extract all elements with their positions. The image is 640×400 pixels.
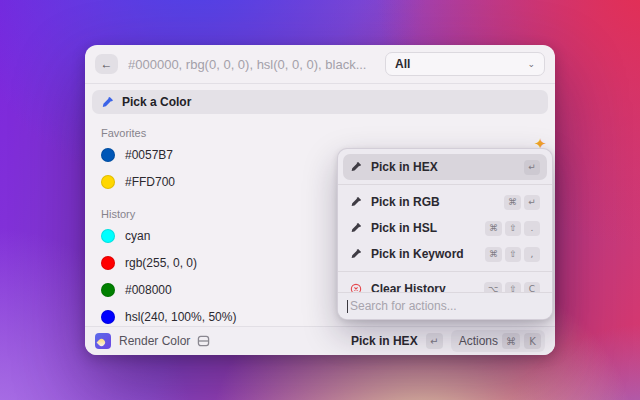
actions-popup: Pick in HEX ↵ Pick in RGB ⌘ ↵: [337, 148, 553, 320]
filter-value: All: [395, 57, 410, 71]
back-button[interactable]: ←: [95, 54, 118, 74]
actions-search-bar: [338, 292, 552, 319]
key-badge: .: [524, 221, 540, 236]
filter-dropdown[interactable]: All ⌄: [385, 52, 545, 76]
key-badge: ,: [524, 247, 540, 262]
key-badge: ↵: [524, 195, 540, 210]
color-swatch: [101, 283, 115, 297]
actions-list: Pick in HEX ↵ Pick in RGB ⌘ ↵: [338, 149, 552, 292]
footer-actions: Pick in HEX ↵ Actions ⌘ K: [351, 330, 545, 352]
cmd-key-badge: ⌘: [502, 333, 520, 349]
key-badge: ⌘: [485, 247, 502, 262]
command-name: Render Color: [119, 334, 190, 348]
color-label: rgb(255, 0, 0): [125, 256, 197, 270]
primary-action-label[interactable]: Pick in HEX: [351, 334, 418, 348]
color-label: #FFD700: [125, 175, 175, 189]
divider: [338, 271, 552, 272]
eyedropper-icon: [350, 248, 363, 260]
action-label: Pick in HSL: [371, 221, 437, 235]
action-label: Pick in HEX: [371, 160, 438, 174]
key-badge: C: [524, 282, 540, 293]
action-label: Pick in RGB: [371, 195, 440, 209]
color-swatch: [101, 310, 115, 324]
extension-icon: [95, 333, 111, 349]
color-swatch: [101, 175, 115, 189]
list-item-label: Pick a Color: [122, 95, 191, 109]
action-label: Clear History: [371, 282, 446, 292]
key-badge: ⌥: [484, 282, 502, 293]
clear-circle-icon: [350, 283, 363, 292]
actions-label: Actions: [459, 334, 498, 348]
search-query[interactable]: #000000, rbg(0, 0, 0), hsl(0, 0, 0), bla…: [128, 57, 385, 72]
color-label: cyan: [125, 229, 150, 243]
window-footer: Render Color Pick in HEX ↵ Actions ⌘ K: [85, 326, 555, 355]
list-item-pick-a-color[interactable]: Pick a Color: [92, 90, 548, 114]
eyedropper-icon: [350, 222, 363, 234]
action-clear-history[interactable]: Clear History ⌥ ⇧ C: [343, 276, 547, 292]
key-badge: ⌘: [504, 195, 521, 210]
key-badge: ⇧: [505, 221, 521, 236]
color-label: #0057B7: [125, 148, 173, 162]
desktop-background: ✦ ← #000000, rbg(0, 0, 0), hsl(0, 0, 0),…: [0, 0, 640, 400]
chevron-down-icon: ⌄: [527, 59, 535, 69]
key-badge: ↵: [524, 160, 540, 175]
action-pick-in-hsl[interactable]: Pick in HSL ⌘ ⇧ .: [343, 215, 547, 241]
color-swatch: [101, 229, 115, 243]
actions-search-input[interactable]: [350, 299, 543, 313]
enter-key-badge: ↵: [426, 333, 443, 349]
k-key-badge: K: [524, 333, 541, 349]
actions-button[interactable]: Actions ⌘ K: [451, 330, 545, 352]
eyedropper-icon: [101, 96, 114, 109]
section-header-favorites: Favorites: [101, 127, 548, 139]
key-badge: ⇧: [505, 247, 521, 262]
eyedropper-icon: [350, 196, 363, 208]
action-pick-in-hex[interactable]: Pick in HEX ↵: [343, 154, 547, 180]
color-swatch: [101, 148, 115, 162]
action-label: Pick in Keyword: [371, 247, 464, 261]
key-badge: ⇧: [505, 282, 521, 293]
color-swatch: [101, 256, 115, 270]
action-pick-in-keyword[interactable]: Pick in Keyword ⌘ ⇧ ,: [343, 241, 547, 267]
key-badge: ⌘: [485, 221, 502, 236]
action-pick-in-rgb[interactable]: Pick in RGB ⌘ ↵: [343, 189, 547, 215]
color-label: hsl(240, 100%, 50%): [125, 310, 236, 324]
divider: [338, 184, 552, 185]
window-header: ← #000000, rbg(0, 0, 0), hsl(0, 0, 0), b…: [85, 45, 555, 84]
command-type-icon: [197, 335, 210, 347]
text-caret: [347, 300, 348, 313]
eyedropper-icon: [350, 161, 363, 173]
color-label: #008000: [125, 283, 172, 297]
